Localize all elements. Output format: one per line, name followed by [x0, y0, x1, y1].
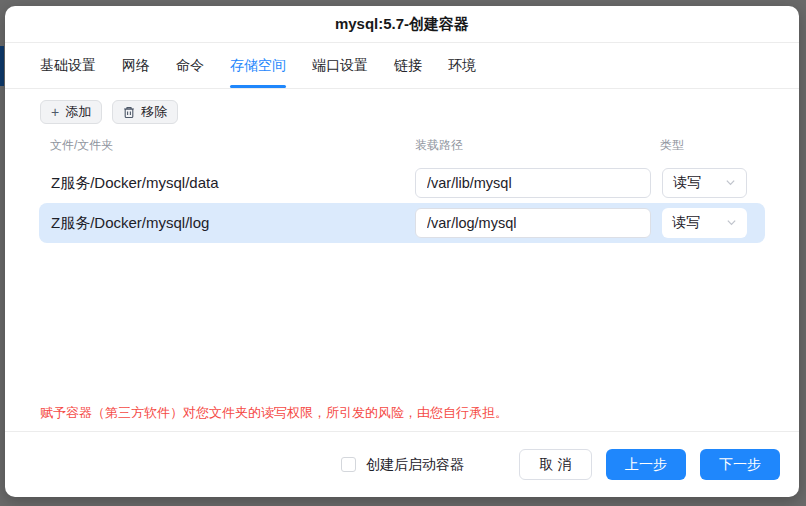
column-header-folder: 文件/文件夹 [50, 137, 113, 154]
add-button[interactable]: + 添加 [40, 100, 102, 124]
dialog-footer: 创建后启动容器 取 消 上一步 下一步 [5, 431, 799, 497]
tab-ports[interactable]: 端口设置 [312, 43, 368, 88]
start-after-create-checkbox-group[interactable]: 创建后启动容器 [341, 456, 464, 474]
tab-storage[interactable]: 存储空间 [230, 43, 286, 88]
type-select[interactable]: 读写 [662, 168, 747, 198]
chevron-down-icon [726, 215, 737, 231]
storage-toolbar: + 添加 移除 [5, 89, 799, 124]
tab-basic-settings[interactable]: 基础设置 [40, 43, 96, 88]
remove-button[interactable]: 移除 [112, 100, 178, 124]
column-header-type: 类型 [660, 137, 684, 154]
folder-path-label: Z服务/Docker/mysql/log [39, 214, 209, 233]
type-select[interactable]: 读写 [662, 208, 747, 238]
tab-network[interactable]: 网络 [122, 43, 150, 88]
plus-icon: + [51, 105, 59, 119]
tab-bar: 基础设置 网络 命令 存储空间 端口设置 链接 环境 [5, 43, 799, 89]
folder-path-label: Z服务/Docker/mysql/data [39, 174, 219, 193]
column-header-mount-path: 装载路径 [415, 137, 463, 154]
checkbox-unchecked[interactable] [341, 457, 356, 472]
tab-environment[interactable]: 环境 [448, 43, 476, 88]
mount-path-input[interactable] [415, 168, 651, 198]
dialog-header: mysql:5.7-创建容器 [5, 6, 799, 43]
tab-links[interactable]: 链接 [394, 43, 422, 88]
previous-step-button[interactable]: 上一步 [606, 449, 686, 480]
permission-warning-text: 赋予容器（第三方软件）对您文件夹的读写权限，所引发的风险，由您自行承担。 [40, 404, 508, 422]
background-edge-accent [0, 46, 4, 86]
chevron-down-icon [725, 175, 736, 191]
volume-row-data[interactable]: Z服务/Docker/mysql/data 读写 [39, 163, 765, 203]
dialog-title: mysql:5.7-创建容器 [335, 15, 469, 34]
create-container-dialog: mysql:5.7-创建容器 基础设置 网络 命令 存储空间 端口设置 链接 环… [5, 6, 799, 497]
checkbox-label: 创建后启动容器 [366, 456, 464, 474]
mount-path-input[interactable] [415, 208, 651, 238]
next-step-button[interactable]: 下一步 [700, 449, 780, 480]
volume-row-log[interactable]: Z服务/Docker/mysql/log 读写 [39, 203, 765, 243]
tab-command[interactable]: 命令 [176, 43, 204, 88]
trash-icon [123, 106, 135, 119]
cancel-button[interactable]: 取 消 [519, 449, 592, 480]
